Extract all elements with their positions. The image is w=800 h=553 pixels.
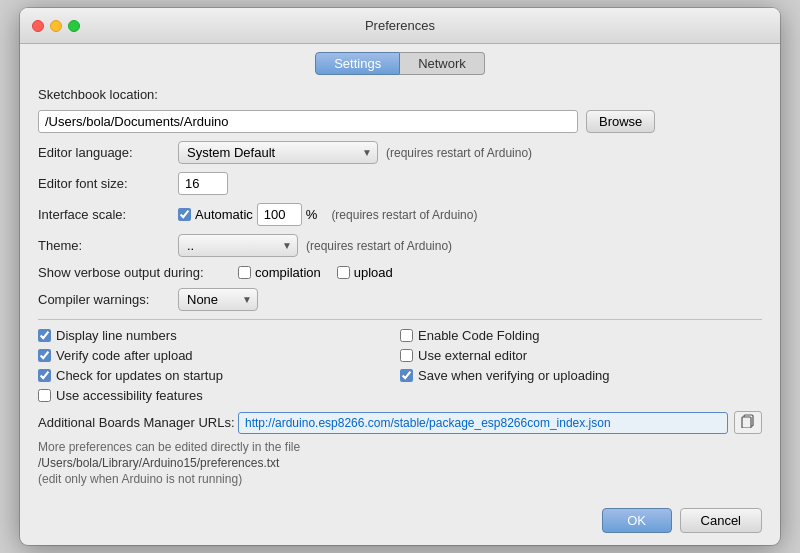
checkbox-verify-code: Verify code after upload — [38, 348, 400, 363]
titlebar: Preferences — [20, 8, 780, 44]
checkbox-save-verifying: Save when verifying or uploading — [400, 368, 762, 383]
close-button[interactable] — [32, 20, 44, 32]
editor-language-select[interactable]: System Default — [178, 141, 378, 164]
verbose-row: Show verbose output during: compilation … — [38, 265, 762, 280]
settings-content: Sketchbook location: Browse Editor langu… — [20, 75, 780, 500]
info-line3: (edit only when Arduino is not running) — [38, 472, 762, 486]
cancel-button[interactable]: Cancel — [680, 508, 762, 533]
auto-scale-label: Automatic — [195, 207, 253, 222]
code-folding-checkbox[interactable] — [400, 329, 413, 342]
display-line-numbers-checkbox[interactable] — [38, 329, 51, 342]
verbose-upload-label: upload — [354, 265, 393, 280]
verbose-upload-checkbox[interactable] — [337, 266, 350, 279]
auto-scale-checkbox[interactable] — [178, 208, 191, 221]
sketchbook-input-row: Browse — [38, 110, 762, 133]
boards-copy-button[interactable] — [734, 411, 762, 434]
checkbox-external-editor: Use external editor — [400, 348, 762, 363]
verbose-compilation-wrap: compilation — [238, 265, 321, 280]
code-folding-label: Enable Code Folding — [418, 328, 539, 343]
theme-select[interactable]: .. — [178, 234, 298, 257]
theme-row: Theme: .. ▼ (requires restart of Arduino… — [38, 234, 762, 257]
checkbox-code-folding: Enable Code Folding — [400, 328, 762, 343]
verbose-upload-wrap: upload — [337, 265, 393, 280]
verbose-compilation-label: compilation — [255, 265, 321, 280]
preferences-window: Preferences Settings Network Sketchbook … — [20, 8, 780, 545]
save-verifying-checkbox[interactable] — [400, 369, 413, 382]
display-line-numbers-label: Display line numbers — [56, 328, 177, 343]
theme-select-wrap: .. ▼ — [178, 234, 298, 257]
accessibility-label: Use accessibility features — [56, 388, 203, 403]
theme-note: (requires restart of Arduino) — [306, 239, 452, 253]
tab-network[interactable]: Network — [400, 52, 485, 75]
verify-code-checkbox[interactable] — [38, 349, 51, 362]
interface-scale-row: Interface scale: Automatic % (requires r… — [38, 203, 762, 226]
editor-font-label: Editor font size: — [38, 176, 178, 191]
check-updates-label: Check for updates on startup — [56, 368, 223, 383]
accessibility-checkbox[interactable] — [38, 389, 51, 402]
info-line2: /Users/bola/Library/Arduino15/preference… — [38, 456, 762, 470]
checkboxes-section: Display line numbers Verify code after u… — [38, 328, 762, 403]
boards-row: Additional Boards Manager URLs: — [38, 411, 762, 434]
editor-language-note: (requires restart of Arduino) — [386, 146, 532, 160]
checkbox-display-line-numbers: Display line numbers — [38, 328, 400, 343]
copy-icon — [741, 414, 755, 428]
ok-button[interactable]: OK — [602, 508, 672, 533]
checkbox-accessibility: Use accessibility features — [38, 388, 400, 403]
interface-scale-label: Interface scale: — [38, 207, 178, 222]
svg-rect-1 — [742, 417, 751, 428]
footer: OK Cancel — [20, 500, 780, 545]
maximize-button[interactable] — [68, 20, 80, 32]
sketchbook-row: Sketchbook location: — [38, 87, 762, 102]
compiler-warnings-label: Compiler warnings: — [38, 292, 178, 307]
scale-pct-symbol: % — [306, 207, 318, 222]
auto-scale-wrap: Automatic — [178, 207, 253, 222]
minimize-button[interactable] — [50, 20, 62, 32]
traffic-lights — [32, 20, 80, 32]
save-verifying-label: Save when verifying or uploading — [418, 368, 610, 383]
theme-label: Theme: — [38, 238, 178, 253]
checkbox-check-updates: Check for updates on startup — [38, 368, 400, 383]
external-editor-label: Use external editor — [418, 348, 527, 363]
editor-font-input[interactable] — [178, 172, 228, 195]
tab-bar: Settings Network — [20, 44, 780, 75]
compiler-warnings-select-wrap: None Default More All ▼ — [178, 288, 258, 311]
sketchbook-input[interactable] — [38, 110, 578, 133]
compiler-warnings-select[interactable]: None Default More All — [178, 288, 258, 311]
checkboxes-left-col: Display line numbers Verify code after u… — [38, 328, 400, 403]
info-line1: More preferences can be edited directly … — [38, 440, 762, 454]
boards-label: Additional Boards Manager URLs: — [38, 415, 238, 430]
separator — [38, 319, 762, 320]
boards-input[interactable] — [238, 412, 728, 434]
editor-language-row: Editor language: System Default ▼ (requi… — [38, 141, 762, 164]
sketchbook-label: Sketchbook location: — [38, 87, 178, 102]
scale-value-input[interactable] — [257, 203, 302, 226]
interface-scale-note: (requires restart of Arduino) — [331, 208, 477, 222]
editor-font-row: Editor font size: — [38, 172, 762, 195]
window-title: Preferences — [365, 18, 435, 33]
verbose-label: Show verbose output during: — [38, 265, 238, 280]
verify-code-label: Verify code after upload — [56, 348, 193, 363]
check-updates-checkbox[interactable] — [38, 369, 51, 382]
external-editor-checkbox[interactable] — [400, 349, 413, 362]
verbose-compilation-checkbox[interactable] — [238, 266, 251, 279]
checkboxes-right-col: Enable Code Folding Use external editor … — [400, 328, 762, 403]
browse-button[interactable]: Browse — [586, 110, 655, 133]
tab-settings[interactable]: Settings — [315, 52, 400, 75]
editor-language-label: Editor language: — [38, 145, 178, 160]
compiler-warnings-row: Compiler warnings: None Default More All… — [38, 288, 762, 311]
editor-language-select-wrap: System Default ▼ — [178, 141, 378, 164]
